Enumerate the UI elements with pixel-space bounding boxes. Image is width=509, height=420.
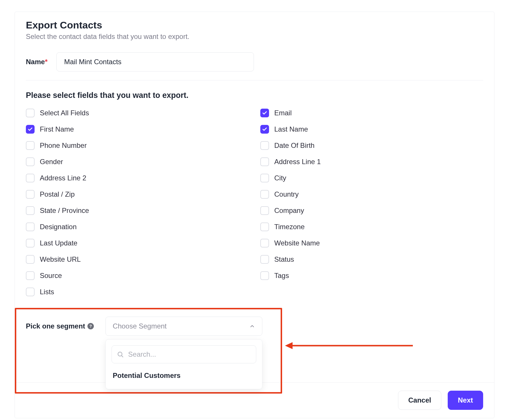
field-item[interactable]: Designation: [26, 222, 249, 231]
field-label: Email: [274, 109, 292, 117]
segment-placeholder: Choose Segment: [113, 322, 166, 330]
field-label: Website URL: [40, 255, 81, 263]
field-item[interactable]: Last Name: [260, 125, 483, 134]
field-item[interactable]: First Name: [26, 125, 249, 134]
field-item[interactable]: Tags: [260, 271, 483, 280]
field-item[interactable]: Timezone: [260, 222, 483, 231]
annotation-arrow: [285, 340, 413, 351]
checkbox[interactable]: [26, 141, 35, 150]
checkbox[interactable]: [260, 141, 269, 150]
field-item[interactable]: Last Update: [26, 239, 249, 247]
field-label: Select All Fields: [40, 109, 89, 117]
field-label: Company: [274, 207, 304, 215]
page-title: Export Contacts: [26, 19, 483, 31]
field-label: Tags: [274, 272, 289, 280]
field-item[interactable]: Select All Fields: [26, 109, 249, 117]
checkbox[interactable]: [260, 206, 269, 215]
field-label: Postal / Zip: [40, 190, 75, 198]
field-item[interactable]: Country: [260, 190, 483, 199]
segment-options: Potential Customers: [112, 370, 256, 381]
required-mark: *: [45, 58, 47, 66]
field-label: Source: [40, 272, 62, 280]
field-item[interactable]: Email: [260, 109, 483, 117]
checkbox[interactable]: [26, 109, 35, 117]
field-label: Address Line 2: [40, 174, 86, 182]
next-button[interactable]: Next: [448, 391, 483, 410]
segment-row: Pick one segment ? Choose Segment Potent…: [26, 317, 483, 336]
page-subtitle: Select the contact data fields that you …: [26, 33, 483, 41]
field-item[interactable]: Postal / Zip: [26, 190, 249, 199]
segment-search-wrap: [112, 345, 256, 363]
name-input[interactable]: [56, 52, 254, 71]
segment-select-head[interactable]: Choose Segment: [105, 317, 262, 336]
segment-area: Pick one segment ? Choose Segment Potent…: [15, 308, 494, 382]
field-label: Address Line 1: [274, 158, 321, 166]
field-item[interactable]: Phone Number: [26, 141, 249, 150]
search-icon: [117, 351, 124, 358]
field-item[interactable]: Source: [26, 271, 249, 280]
checkbox[interactable]: [260, 157, 269, 166]
field-label: Designation: [40, 223, 77, 231]
svg-line-3: [121, 356, 123, 357]
fields-grid: Select All FieldsEmailFirst NameLast Nam…: [15, 106, 494, 308]
name-label: Name*: [26, 58, 48, 66]
segment-select: Choose Segment Potential Customers: [105, 317, 262, 336]
checkbox[interactable]: [260, 255, 269, 264]
field-label: State / Province: [40, 207, 89, 215]
field-label: Phone Number: [40, 141, 87, 150]
name-row: Name*: [15, 52, 494, 80]
export-contacts-panel: Export Contacts Select the contact data …: [15, 12, 494, 418]
field-label: Website Name: [274, 239, 320, 247]
field-item[interactable]: State / Province: [26, 206, 249, 215]
checkbox[interactable]: [26, 157, 35, 166]
field-item[interactable]: Date Of Birth: [260, 141, 483, 150]
checkbox[interactable]: [26, 288, 35, 296]
checkbox[interactable]: [26, 206, 35, 215]
field-label: City: [274, 174, 286, 182]
segment-option[interactable]: Potential Customers: [112, 370, 256, 381]
segment-label: Pick one segment ?: [26, 322, 94, 330]
help-icon[interactable]: ?: [87, 323, 94, 329]
field-label: Gender: [40, 158, 63, 166]
checkbox[interactable]: [26, 255, 35, 264]
field-item[interactable]: Address Line 2: [26, 174, 249, 182]
checkbox[interactable]: [260, 222, 269, 231]
segment-dropdown: Potential Customers: [105, 339, 262, 389]
field-label: Last Name: [274, 125, 308, 133]
segment-label-text: Pick one segment: [26, 322, 85, 330]
field-item[interactable]: Address Line 1: [260, 157, 483, 166]
checkbox[interactable]: [260, 109, 269, 117]
segment-search-input[interactable]: [112, 345, 256, 363]
checkbox[interactable]: [260, 125, 269, 134]
checkbox[interactable]: [26, 239, 35, 247]
field-item[interactable]: City: [260, 174, 483, 182]
cancel-button[interactable]: Cancel: [398, 391, 441, 410]
checkbox[interactable]: [26, 222, 35, 231]
field-label: Last Update: [40, 239, 77, 247]
svg-marker-1: [285, 342, 293, 349]
checkbox[interactable]: [260, 271, 269, 280]
field-label: First Name: [40, 125, 74, 133]
field-item[interactable]: Website URL: [26, 255, 249, 264]
field-label: Lists: [40, 288, 54, 296]
field-item[interactable]: Gender: [26, 157, 249, 166]
checkbox[interactable]: [260, 190, 269, 199]
panel-header: Export Contacts Select the contact data …: [15, 12, 494, 52]
checkbox[interactable]: [26, 190, 35, 199]
checkbox[interactable]: [26, 271, 35, 280]
checkbox[interactable]: [26, 125, 35, 134]
field-item[interactable]: Website Name: [260, 239, 483, 247]
field-label: Timezone: [274, 223, 304, 231]
field-item[interactable]: Status: [260, 255, 483, 264]
field-label: Country: [274, 190, 299, 198]
field-item[interactable]: Company: [260, 206, 483, 215]
field-label: Status: [274, 255, 294, 263]
checkbox[interactable]: [260, 174, 269, 182]
fields-section-title: Please select fields that you want to ex…: [15, 80, 494, 106]
checkbox[interactable]: [260, 239, 269, 247]
name-label-text: Name: [26, 58, 45, 66]
chevron-up-icon: [249, 323, 255, 329]
field-item[interactable]: Lists: [26, 288, 249, 296]
field-label: Date Of Birth: [274, 141, 315, 150]
checkbox[interactable]: [26, 174, 35, 182]
